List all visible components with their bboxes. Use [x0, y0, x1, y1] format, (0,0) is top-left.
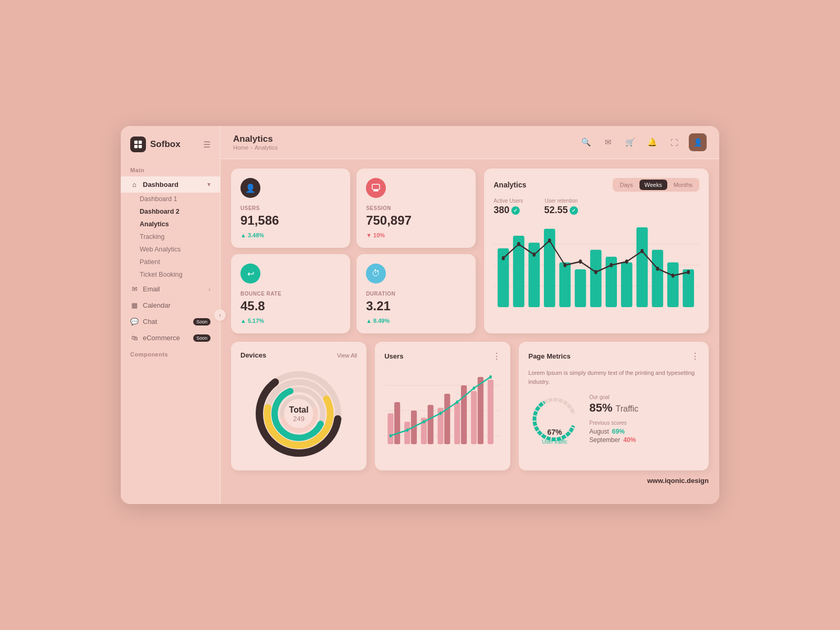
svg-rect-15 [575, 269, 586, 307]
page-metrics-title: Page Metrics [528, 352, 570, 360]
hamburger-icon[interactable]: ☰ [203, 140, 211, 150]
sidebar-item-ecommerce[interactable]: 🛍 eCommerce Soon [121, 330, 220, 346]
duration-icon: ⏱ [366, 264, 386, 284]
sidebar-sub-menu: Dashboard 1 Dashboard 2 Analytics Tracki… [121, 193, 220, 281]
chat-icon: 💬 [130, 318, 139, 326]
home-icon: ⌂ [130, 181, 139, 188]
chat-label: Chat [143, 318, 157, 326]
svg-point-62 [423, 420, 425, 423]
sidebar-item-chat[interactable]: 💬 Chat Soon [121, 313, 220, 330]
stat-card-users: 👤 USERS 91,586 ▲ 3.48% [231, 169, 350, 248]
page-metrics-header: Page Metrics ⋮ [528, 351, 699, 361]
sidebar-item-dashboard[interactable]: ⌂ Dashboard ▾ [121, 176, 220, 193]
prev-scores: Previous scores August 69% September 40% [589, 420, 638, 444]
sidebar-item-dashboard1[interactable]: Dashboard 1 [140, 193, 220, 205]
sidebar-item-analytics[interactable]: Analytics [140, 218, 220, 230]
prev-score-august: August 69% [589, 428, 638, 435]
gauge-chart: 67% User traffic [528, 393, 581, 446]
svg-rect-2 [134, 145, 138, 148]
goal-info: Our goal 85% Traffic Previous scores Aug… [589, 394, 638, 445]
svg-point-25 [533, 253, 536, 257]
bell-icon[interactable]: 🔔 [645, 135, 659, 150]
breadcrumb-home: Home [233, 144, 248, 151]
search-icon[interactable]: 🔍 [579, 135, 593, 150]
svg-rect-49 [404, 422, 410, 444]
prev-scores-label: Previous scores [589, 420, 638, 426]
analytics-label: Analytics [140, 220, 169, 228]
ecommerce-label: eCommerce [143, 334, 180, 342]
sidebar-item-patient[interactable]: Patient [140, 256, 220, 268]
cart-icon[interactable]: 🛒 [623, 135, 637, 150]
tab-days[interactable]: Days [614, 180, 638, 190]
page-metrics-more-icon[interactable]: ⋮ [691, 351, 699, 361]
email-label: Email [143, 285, 160, 293]
august-label: August [589, 428, 608, 435]
check-icon2: ✓ [570, 206, 578, 215]
chat-soon-badge: Soon [193, 318, 211, 326]
stat-cards-group: 👤 USERS 91,586 ▲ 3.48% [231, 169, 476, 333]
sidebar-item-calendar[interactable]: ▦ Calendar [121, 297, 220, 313]
svg-point-64 [456, 401, 459, 404]
sidebar-dashboard-label: Dashboard [143, 181, 178, 188]
svg-rect-55 [455, 402, 460, 444]
svg-point-63 [439, 412, 442, 415]
tab-weeks[interactable]: Weeks [639, 180, 667, 190]
patient-label: Patient [140, 258, 160, 266]
analytics-chart [494, 223, 699, 307]
mail-header-icon[interactable]: ✉ [601, 135, 615, 150]
header-right: 🔍 ✉ 🛒 🔔 ⛶ 👤 [579, 133, 707, 151]
gauge-row: 67% User traffic Our goal 85% Traffic [528, 393, 699, 446]
sidebar-item-ticketbooking[interactable]: Ticket Booking [140, 268, 220, 281]
duration-value: 3.21 [366, 299, 466, 313]
svg-point-33 [656, 267, 659, 271]
devices-donut: Total 249 [240, 366, 357, 461]
devices-card: Devices View All [231, 342, 366, 470]
svg-rect-0 [134, 141, 138, 144]
gauge-sub: User traffic [542, 439, 567, 445]
active-users-metric: Active Users 380 ✓ [494, 198, 523, 216]
goal-value: 85% Traffic [589, 401, 638, 415]
retention-label: User retention [544, 198, 578, 204]
users-more-icon[interactable]: ⋮ [492, 351, 501, 361]
svg-point-31 [625, 259, 628, 264]
svg-rect-4 [372, 184, 380, 190]
collapse-button[interactable]: ‹ [214, 309, 226, 321]
svg-rect-21 [667, 262, 679, 307]
sidebar-item-dashboard2[interactable]: Dashboard 2 [140, 205, 220, 218]
users-chart [384, 369, 501, 453]
stat-card-session: SESSION 750,897 ▼ 10% [356, 169, 476, 248]
september-value: 40% [623, 436, 636, 444]
bounce-value: 45.8 [240, 299, 341, 313]
stat-card-duration: ⏱ DURATION 3.21 ▲ 8.49% [356, 254, 476, 333]
section-main-label: Main [121, 162, 220, 176]
svg-rect-52 [428, 405, 434, 444]
svg-rect-1 [139, 141, 142, 144]
svg-point-29 [594, 270, 597, 274]
calendar-label: Calendar [143, 301, 171, 309]
svg-point-65 [472, 386, 475, 390]
tab-months[interactable]: Months [668, 180, 698, 190]
avatar[interactable]: 👤 [689, 133, 707, 151]
devices-view-all[interactable]: View All [337, 352, 357, 359]
svg-rect-47 [388, 413, 394, 444]
footer-credit: www.iqonic.design [231, 470, 709, 485]
dashboard1-label: Dashboard 1 [140, 195, 177, 203]
prev-score-september: September 40% [589, 436, 638, 444]
devices-header: Devices View All [240, 351, 357, 359]
session-change: ▼ 10% [366, 232, 466, 238]
users-icon: 👤 [240, 178, 260, 198]
bounce-label: BOUNCE RATE [240, 291, 341, 297]
sidebar-item-webanalytics[interactable]: Web Analytics [140, 243, 220, 256]
svg-rect-6 [373, 191, 379, 192]
analytics-chart-title: Analytics [494, 181, 526, 189]
page-metrics-desc: Lorem Ipsum is simply dummy text of the … [528, 369, 699, 386]
goal-type: Traffic [616, 404, 639, 414]
page-title: Analytics [233, 134, 278, 144]
retention-metric: User retention 52.55 ✓ [544, 198, 578, 216]
sidebar-item-tracking[interactable]: Tracking [140, 230, 220, 243]
sidebar-item-email[interactable]: ✉ Email › [121, 281, 220, 297]
fullscreen-icon[interactable]: ⛶ [667, 135, 681, 150]
september-label: September [589, 436, 620, 444]
svg-point-35 [687, 270, 690, 274]
sidebar: Sofbox ☰ Main ⌂ Dashboard ▾ Dashboard 1 … [121, 126, 220, 504]
